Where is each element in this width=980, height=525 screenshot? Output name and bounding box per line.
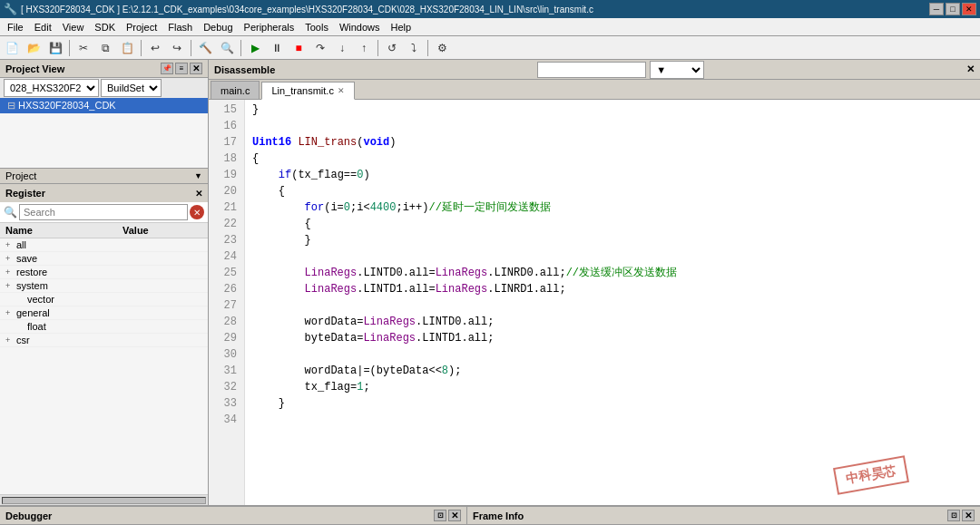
search-icon: 🔍 xyxy=(4,206,17,219)
register-search-input[interactable] xyxy=(19,204,188,220)
menu-edit[interactable]: Edit xyxy=(29,20,57,34)
title-bar: 🔧 [ HXS320F28034_CDK ] E:\2.12.1_CDK_exa… xyxy=(0,0,980,18)
menu-debug[interactable]: Debug xyxy=(198,20,238,34)
expand-icon xyxy=(16,322,27,331)
register-search-bar: 🔍 ✕ xyxy=(0,202,208,223)
run-to-cursor-button[interactable]: ⤵ xyxy=(404,39,424,57)
toolbar-separator-6 xyxy=(427,40,428,56)
reg-name: system xyxy=(16,280,112,291)
disassemble-close-icon[interactable]: ✕ xyxy=(966,63,975,75)
project-view-title: Project View xyxy=(5,63,64,74)
tab-lin-transmit-c[interactable]: Lin_transmit.c ✕ xyxy=(261,82,354,100)
frame-header-buttons: ⊡ ✕ xyxy=(947,510,975,521)
expand-icon: + xyxy=(5,267,16,277)
step-out-button[interactable]: ↑ xyxy=(354,39,374,57)
undo-button[interactable]: ↩ xyxy=(145,39,165,57)
frame-header: Frame Info ⊡ ✕ xyxy=(467,507,980,525)
toolbar-separator-3 xyxy=(191,40,191,56)
register-columns: Name Value xyxy=(0,223,208,238)
step-over-button[interactable]: ↷ xyxy=(310,39,330,57)
paste-button[interactable]: 📋 xyxy=(117,39,137,57)
menu-peripherals[interactable]: Peripherals xyxy=(239,20,300,34)
menu-tools[interactable]: Tools xyxy=(299,20,334,34)
menu-project[interactable]: Project xyxy=(121,20,162,34)
reg-value-col: Value xyxy=(117,223,208,238)
reg-name: save xyxy=(16,253,112,264)
reg-item-vector[interactable]: vector xyxy=(0,293,208,306)
tab-label: Lin_transmit.c xyxy=(271,85,333,96)
panel-buttons: 📌 ≡ ✕ xyxy=(161,63,202,74)
reg-item-csr[interactable]: + csr xyxy=(0,334,208,347)
register-section: Register ✕ 🔍 ✕ Name Value + all + xyxy=(0,184,208,505)
debug-pause-button[interactable]: ⏸ xyxy=(267,39,287,57)
title-text: [ HXS320F28034_CDK ] E:\2.12.1_CDK_examp… xyxy=(21,5,593,15)
menu-windows[interactable]: Windows xyxy=(334,20,386,34)
debug-start-button[interactable]: ▶ xyxy=(245,39,265,57)
copy-button[interactable]: ⧉ xyxy=(95,39,115,57)
project-header[interactable]: Project ▼ xyxy=(0,169,208,183)
reg-name: float xyxy=(27,321,112,332)
code-editor[interactable]: 15 16 17 18 19 20 21 22 23 24 25 26 27 2… xyxy=(209,100,980,505)
panel-pin-button[interactable]: 📌 xyxy=(161,63,173,74)
project-label: Project xyxy=(5,170,36,181)
reg-item-system[interactable]: + system xyxy=(0,279,208,293)
settings-button[interactable]: ⚙ xyxy=(432,39,452,57)
code-content[interactable]: } Uint16 LIN_trans(void) { if(tx_flag==0… xyxy=(245,100,980,505)
reg-item-restore[interactable]: + restore xyxy=(0,266,208,279)
frame-panel: Frame Info ⊡ ✕ Expression Value Type L r… xyxy=(467,507,980,525)
scrollbar-thumb xyxy=(2,497,206,504)
debugger-close-button[interactable]: ✕ xyxy=(448,510,461,521)
step-into-button[interactable]: ↓ xyxy=(332,39,352,57)
disassemble-address-input[interactable] xyxy=(537,62,646,78)
reg-item-save[interactable]: + save xyxy=(0,252,208,266)
reg-name-col: Name xyxy=(0,223,117,238)
expand-icon xyxy=(16,295,27,304)
menu-flash[interactable]: Flash xyxy=(162,20,198,34)
close-button[interactable]: ✕ xyxy=(962,3,976,15)
menu-view[interactable]: View xyxy=(57,20,90,34)
register-close-icon[interactable]: ✕ xyxy=(195,189,202,199)
debugger-header-buttons: ⊡ ✕ xyxy=(434,510,461,521)
build-button[interactable]: 🔨 xyxy=(195,39,215,57)
reg-item-all[interactable]: + all xyxy=(0,238,208,252)
save-button[interactable]: 💾 xyxy=(45,39,65,57)
debug-stop-button[interactable]: ■ xyxy=(289,39,309,57)
open-button[interactable]: 📂 xyxy=(24,39,44,57)
redo-button[interactable]: ↪ xyxy=(167,39,187,57)
line-numbers: 15 16 17 18 19 20 21 22 23 24 25 26 27 2… xyxy=(209,100,245,505)
menu-help[interactable]: Help xyxy=(386,20,417,34)
debugger-panel: Debugger ⊡ ✕ ID Type Enabled File Add Ed… xyxy=(0,507,467,525)
toolbar-separator-2 xyxy=(141,40,142,56)
search-clear-button[interactable]: ✕ xyxy=(190,205,204,219)
frame-float-button[interactable]: ⊡ xyxy=(947,510,960,521)
buildset-selector[interactable]: BuildSet xyxy=(101,79,162,97)
reg-name: vector xyxy=(27,294,112,305)
reset-button[interactable]: ↺ xyxy=(382,39,402,57)
minimize-button[interactable]: ─ xyxy=(929,3,944,15)
disassemble-format-select[interactable]: ▼ xyxy=(650,61,704,79)
frame-close-button[interactable]: ✕ xyxy=(962,510,975,521)
reg-item-general[interactable]: + general xyxy=(0,306,208,320)
panel-close-button[interactable]: ✕ xyxy=(190,63,202,74)
expand-icon: + xyxy=(5,240,16,249)
cut-button[interactable]: ✂ xyxy=(74,39,93,57)
tab-close-icon[interactable]: ✕ xyxy=(338,86,345,95)
reg-item-float[interactable]: float xyxy=(0,320,208,334)
panel-settings-button[interactable]: ≡ xyxy=(175,63,188,74)
bottom-container: Debugger ⊡ ✕ ID Type Enabled File Add Ed… xyxy=(0,505,980,525)
menu-sdk[interactable]: SDK xyxy=(89,20,121,34)
project-selector[interactable]: 028_HXS320F2 xyxy=(4,79,99,97)
new-file-button[interactable]: 📄 xyxy=(2,39,22,57)
search-button[interactable]: 🔍 xyxy=(217,39,237,57)
menu-file[interactable]: File xyxy=(2,20,29,34)
tab-main-c[interactable]: main.c xyxy=(211,81,260,99)
debugger-header: Debugger ⊡ ✕ xyxy=(0,507,466,525)
register-scrollbar[interactable] xyxy=(0,494,208,505)
disassemble-inputs: ▼ xyxy=(537,61,704,79)
register-header: Register ✕ xyxy=(0,184,208,202)
debugger-float-button[interactable]: ⊡ xyxy=(434,510,446,521)
project-tree-item[interactable]: ⊟ HXS320F28034_CDK xyxy=(0,98,208,113)
maximize-button[interactable]: □ xyxy=(946,3,960,15)
editor-area: Disassemble ▼ ✕ main.c Lin_transmit.c ✕ … xyxy=(209,60,980,505)
project-tree: 028_HXS320F2 BuildSet ⊟ HXS320F28034_CDK xyxy=(0,78,208,169)
